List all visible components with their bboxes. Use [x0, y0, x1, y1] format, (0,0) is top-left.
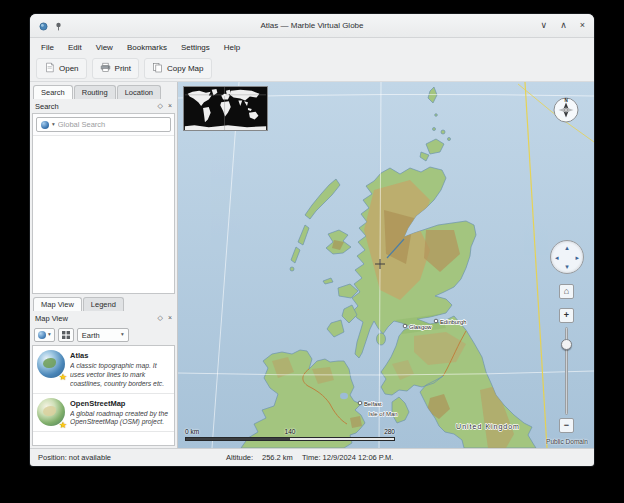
statusbar: Position: not available Altitude: 256.2 … [30, 448, 594, 466]
sidebar-top-tabs: Search Routing Location [30, 82, 177, 99]
theme-description: A global roadmap created by the OpenStre… [70, 410, 170, 428]
tab-map-view[interactable]: Map View [33, 297, 82, 311]
copy-map-button-label: Copy Map [167, 64, 203, 73]
map-view-dock-header: Map View ◇ × [30, 311, 177, 325]
close-button[interactable]: × [580, 21, 585, 30]
dock-close-icon[interactable]: × [168, 314, 172, 322]
theme-thumbnail: ★ [37, 398, 65, 426]
search-results-list[interactable] [33, 135, 174, 293]
search-dock-header: Search ◇ × [30, 99, 177, 113]
status-altitude-label: Altitude: [226, 453, 253, 462]
copy-map-button[interactable]: Copy Map [144, 58, 211, 79]
theme-item-atlas[interactable]: ★ Atlas A classic topographic map. It us… [33, 346, 174, 393]
search-box[interactable]: ▾ [36, 117, 171, 132]
print-button-label: Print [115, 64, 131, 73]
tab-routing[interactable]: Routing [74, 85, 116, 99]
map-theme-list: ★ Atlas A classic topographic map. It us… [32, 345, 175, 446]
scale-ruler [185, 437, 395, 441]
map-scale-bar: 0 km 140 280 [185, 428, 395, 441]
map-attribution: Public Domain [546, 438, 588, 445]
theme-item-openstreetmap[interactable]: ★ OpenStreetMap A global roadmap created… [33, 394, 174, 433]
map-view-dock-title: Map View [35, 314, 68, 323]
city-label-glasgow: Glasgow [409, 324, 432, 330]
tab-legend[interactable]: Legend [83, 297, 124, 311]
city-label-belfast: Belfast [364, 401, 382, 407]
scale-start-label: 0 km [185, 428, 199, 435]
chevron-down-icon: ▾ [121, 332, 124, 338]
compass[interactable]: N [553, 97, 579, 123]
dock-float-icon[interactable]: ◇ [158, 314, 163, 322]
tab-search[interactable]: Search [33, 85, 73, 99]
theme-name: OpenStreetMap [70, 399, 170, 408]
zoom-out-button[interactable]: − [559, 418, 574, 433]
pin-icon[interactable] [54, 17, 63, 35]
pan-up-arrow-icon[interactable]: ▴ [565, 244, 569, 251]
country-label-united-kingdom: United Kingdom [456, 423, 520, 431]
chevron-down-icon[interactable]: ▾ [52, 122, 55, 128]
copy-icon [152, 62, 163, 75]
tab-location[interactable]: Location [117, 85, 161, 99]
pan-left-arrow-icon[interactable]: ◂ [555, 254, 559, 261]
menu-edit[interactable]: Edit [61, 41, 89, 54]
projection-globe-button[interactable]: ▾ [34, 328, 55, 342]
map-view-controls: ▾ Earth ▾ [30, 325, 177, 345]
sidebar-bottom-tabs: Map View Legend [30, 294, 177, 311]
app-window: Atlas — Marble Virtual Globe ∨ ∧ × File … [30, 14, 594, 466]
menu-help[interactable]: Help [217, 41, 247, 54]
celestial-body-value: Earth [82, 331, 100, 340]
theme-thumbnail: ★ [37, 350, 65, 378]
menubar: File Edit View Bookmarks Settings Help [30, 38, 594, 56]
celestial-body-select[interactable]: Earth ▾ [77, 328, 129, 342]
menu-bookmarks[interactable]: Bookmarks [120, 41, 174, 54]
chevron-down-icon: ▾ [48, 332, 51, 338]
print-icon [100, 62, 111, 75]
city-label-edinburgh: Edinburgh [440, 319, 466, 325]
favorite-star-icon[interactable]: ★ [59, 421, 67, 430]
status-time: Time: 12/9/2024 12:06 P.M. [302, 453, 393, 462]
overview-map[interactable] [183, 86, 268, 131]
globe-icon [38, 331, 46, 339]
compass-north-label: N [564, 98, 567, 103]
scale-end-label: 280 [384, 428, 395, 435]
open-icon [44, 62, 55, 75]
theme-description: A classic topographic map. It uses vecto… [70, 362, 170, 388]
sidebar: Search Routing Location Search ◇ × ▾ [30, 82, 178, 448]
zoom-in-button[interactable]: + [559, 308, 574, 323]
menu-file[interactable]: File [34, 41, 61, 54]
status-position: Position: not available [38, 453, 111, 462]
menu-view[interactable]: View [89, 41, 120, 54]
pan-down-arrow-icon[interactable]: ▾ [565, 263, 569, 270]
titlebar[interactable]: Atlas — Marble Virtual Globe ∨ ∧ × [30, 14, 594, 38]
overview-position-dot [224, 94, 226, 96]
region-label-isle-of-man: Isle of Man [368, 411, 397, 417]
dock-close-icon[interactable]: × [168, 102, 172, 110]
global-search-input[interactable] [58, 120, 166, 129]
scale-mid-label: 140 [285, 428, 296, 435]
maximize-button[interactable]: ∧ [560, 21, 567, 30]
pan-right-arrow-icon[interactable]: ▸ [575, 254, 579, 261]
print-button[interactable]: Print [92, 58, 139, 79]
theme-view-mode-button[interactable] [58, 328, 74, 342]
globe-icon [41, 121, 49, 129]
search-panel: ▾ [32, 113, 175, 294]
app-icon [39, 17, 48, 35]
favorite-star-icon[interactable]: ★ [59, 373, 67, 382]
pan-control[interactable]: ▴ ▾ ◂ ▸ [550, 240, 584, 274]
menu-settings[interactable]: Settings [174, 41, 217, 54]
zoom-slider-handle[interactable] [561, 339, 572, 350]
open-button-label: Open [59, 64, 79, 73]
toolbar: Open Print Copy Map [30, 56, 594, 82]
map-canvas[interactable]: Glasgow Edinburgh Belfast Isle of Man Un… [178, 82, 594, 448]
search-dock-title: Search [35, 102, 59, 111]
home-button[interactable]: ⌂ [559, 284, 574, 299]
theme-name: Atlas [70, 351, 170, 360]
dock-float-icon[interactable]: ◇ [158, 102, 163, 110]
open-button[interactable]: Open [36, 58, 87, 79]
map-svg[interactable]: Glasgow Edinburgh Belfast Isle of Man Un… [178, 82, 594, 448]
status-altitude-value: 256.2 km [262, 453, 293, 462]
window-title: Atlas — Marble Virtual Globe [30, 21, 594, 30]
minimize-button[interactable]: ∨ [541, 21, 548, 30]
grid-icon [62, 331, 70, 340]
